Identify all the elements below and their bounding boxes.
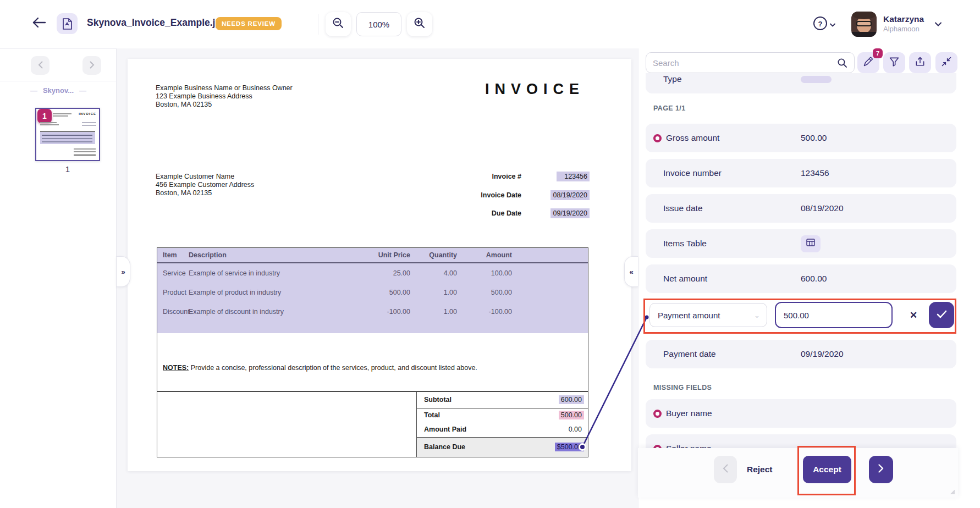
user-organization: Alphamoon (883, 25, 920, 33)
balance-due-row: Balance Due $500.00 (417, 437, 588, 457)
invoice-number-row: Invoice # 123456 (429, 171, 590, 182)
totals-empty-cell (157, 392, 417, 457)
document-title: Skynova_Invoice_Example.jpg (87, 17, 227, 29)
due-date-row: Due Date 09/19/2020 (429, 208, 590, 219)
subtotal-row: Subtotal 600.00 (417, 392, 588, 408)
items-table-header: Item Description Unit Price Quantity Amo… (157, 248, 588, 263)
thumbnail-page-number: 1 (35, 164, 100, 174)
invoice-title: INVOICE (485, 81, 585, 98)
pen-icon (863, 56, 874, 69)
field-name-select[interactable]: Payment amount ⌄ (649, 303, 767, 327)
customer-address-block: Example Customer Name 456 Example Custom… (156, 173, 254, 197)
resize-grip[interactable] (950, 489, 955, 494)
chevron-down-icon: ⌄ (754, 311, 760, 319)
review-action-bar: Reject Accept (638, 448, 958, 498)
field-value-pill (801, 76, 832, 83)
help-menu[interactable]: ? (811, 15, 837, 33)
notes-text: NOTES: Provide a concise, professional d… (163, 364, 477, 372)
field-value-input[interactable] (775, 302, 893, 328)
amount-paid-row: Amount Paid 0.00 (417, 422, 588, 437)
field-row-gross-amount[interactable]: Gross amount 500.00 (646, 124, 956, 152)
previous-document-button[interactable] (714, 456, 737, 483)
totals-table: Subtotal 600.00 Total 500.00 Amount Paid… (157, 391, 588, 457)
chevron-left-icon (723, 464, 728, 476)
toolbar-divider (318, 14, 318, 35)
collapse-panel-toggle[interactable]: « (624, 256, 638, 287)
section-header-page: PAGE 1/1 (653, 104, 686, 112)
open-items-table-button[interactable] (801, 235, 821, 252)
next-document-button[interactable] (869, 456, 893, 483)
invoice-number-highlight[interactable]: 123456 (557, 172, 590, 181)
collapse-panel-button[interactable] (935, 52, 957, 73)
arrow-left-icon (32, 16, 46, 31)
field-row-issue-date[interactable]: Issue date 08/19/2020 (646, 194, 956, 223)
review-dot-icon (653, 134, 662, 142)
field-row-buyer-name[interactable]: Buyer name (646, 399, 956, 428)
search-input[interactable] (646, 58, 837, 68)
sidebar-divider (0, 81, 117, 81)
chevron-down-icon (935, 19, 942, 29)
field-row-invoice-number[interactable]: Invoice number 123456 (646, 159, 956, 187)
invoice-date-row: Invoice Date 08/19/2020 (429, 190, 590, 201)
field-row-items-table[interactable]: Items Table (646, 229, 956, 258)
chevron-right-icon (90, 61, 95, 70)
zoom-level-value: 100% (368, 20, 389, 29)
expand-sidebar-toggle[interactable]: » (117, 256, 130, 287)
next-page-button[interactable] (82, 56, 101, 75)
review-dot-icon (653, 410, 662, 418)
subtotal-highlight[interactable]: 600.00 (559, 395, 584, 404)
back-button[interactable] (31, 16, 47, 31)
zoom-out-icon (332, 16, 345, 32)
export-button[interactable] (909, 52, 931, 73)
zoom-out-button[interactable] (326, 12, 351, 36)
section-header-missing: MISSING FIELDS (653, 384, 712, 391)
fields-list: Type PAGE 1/1 Gross amount 500.00 Invoic… (638, 73, 980, 508)
user-name: Katarzyna (883, 14, 924, 24)
check-icon (937, 310, 947, 321)
top-bar: Skynova_Invoice_Example.jpg NEEDS REVIEW… (0, 0, 980, 48)
close-icon: ✕ (910, 310, 917, 321)
document-canvas: Example Business Name or Business Owner … (117, 48, 638, 508)
field-edit-row: Payment amount ⌄ ✕ (638, 300, 980, 335)
svg-text:?: ? (818, 19, 822, 27)
items-table[interactable]: Item Description Unit Price Quantity Amo… (157, 247, 588, 391)
invoice-date-highlight[interactable]: 08/19/2020 (550, 190, 590, 200)
balance-due-highlight[interactable]: $500.00 (555, 443, 584, 451)
previous-page-button[interactable] (31, 56, 49, 75)
due-date-highlight[interactable]: 09/19/2020 (550, 208, 590, 218)
user-menu-chevron[interactable] (934, 20, 943, 27)
business-address-block: Example Business Name or Business Owner … (156, 84, 293, 109)
table-icon (806, 239, 815, 249)
file-type-icon (57, 13, 78, 34)
total-row: Total 500.00 (417, 408, 588, 423)
search-icon (837, 58, 847, 68)
chevron-down-icon (830, 19, 835, 29)
reject-button[interactable]: Reject (747, 465, 773, 474)
chevron-right-icon (878, 464, 884, 476)
filter-button[interactable] (883, 52, 905, 73)
zoom-level-control[interactable]: 100% (356, 12, 401, 36)
pages-sidebar: 1 of 1 —Skynov...— 1 INVOICE (0, 48, 117, 508)
document-name-short: —Skynov...— (0, 86, 117, 95)
field-row-payment-date[interactable]: Payment date 09/19/2020 (646, 340, 956, 368)
table-row: Discount Example of discount in industry… (157, 302, 588, 321)
avatar[interactable] (851, 12, 877, 37)
table-row: Product Example of product in industry 5… (157, 283, 588, 302)
total-highlight[interactable]: 500.00 (559, 411, 584, 419)
zoom-in-icon (413, 16, 426, 32)
annotation-count-badge: 7 (873, 48, 883, 58)
field-row-type[interactable]: Type (646, 73, 956, 93)
share-icon (915, 56, 926, 69)
table-row: Service Example of service in industry 2… (157, 263, 588, 283)
app-window: Skynova_Invoice_Example.jpg NEEDS REVIEW… (0, 0, 980, 508)
cancel-edit-button[interactable]: ✕ (904, 303, 923, 327)
help-icon: ? (813, 16, 828, 33)
zoom-in-button[interactable] (407, 12, 432, 36)
confirm-edit-button[interactable] (929, 302, 954, 328)
fields-panel: 7 Type PAGE 1/1 Gross amount (638, 48, 980, 508)
collapse-icon (941, 56, 952, 69)
accept-button[interactable]: Accept (803, 456, 851, 483)
page-thumbnail[interactable]: 1 INVOICE (35, 108, 100, 161)
search-box (646, 52, 855, 73)
field-row-net-amount[interactable]: Net amount 600.00 (646, 264, 956, 293)
